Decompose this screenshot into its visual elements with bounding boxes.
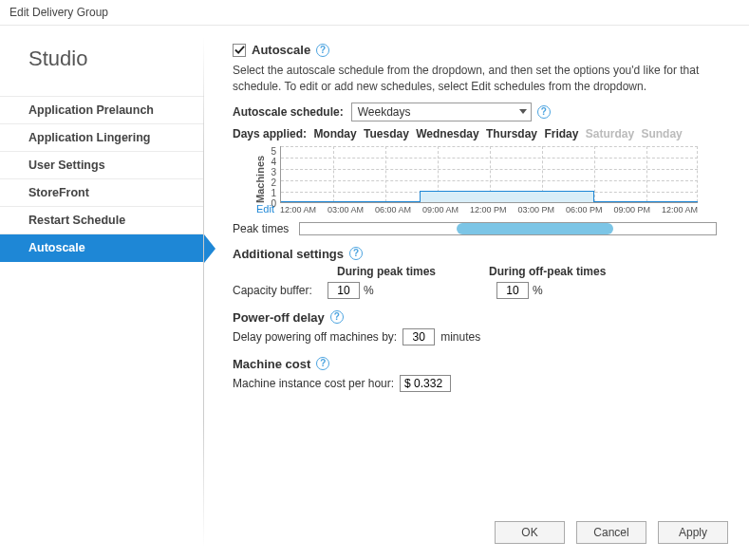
heading-text: Power-off delay <box>233 310 325 325</box>
machine-cost-label: Machine instance cost per hour: <box>233 377 394 390</box>
help-icon[interactable]: ? <box>316 357 329 370</box>
day: Sunday <box>641 127 682 140</box>
machine-cost-row: Machine instance cost per hour: <box>233 375 728 392</box>
schedule-row: Autoscale schedule: Weekdays ? <box>233 103 728 121</box>
sidebar-item-label: StoreFront <box>28 186 89 199</box>
chevron-down-icon <box>519 109 527 114</box>
chart-fill <box>420 191 594 202</box>
y-tick: 5 <box>271 146 276 157</box>
y-tick: 4 <box>271 157 276 167</box>
x-tick: 12:00 AM <box>280 205 316 215</box>
y-tick: 3 <box>271 167 276 177</box>
sidebar-item-prelaunch[interactable]: Application Prelaunch <box>0 96 204 124</box>
capacity-buffer-label: Capacity buffer: <box>233 284 328 297</box>
pct-label: % <box>533 284 543 297</box>
day: Friday <box>544 127 578 140</box>
check-icon <box>234 45 245 55</box>
poweroff-row: Delay powering off machines by: minutes <box>233 328 728 345</box>
dialog-buttons: OK Cancel Apply <box>495 521 728 544</box>
x-tick: 09:00 AM <box>422 205 459 215</box>
x-tick: 03:00 AM <box>328 205 364 215</box>
sidebar-item-autoscale[interactable]: Autoscale <box>0 234 204 262</box>
sidebar-item-restart-schedule[interactable]: Restart Schedule <box>0 207 204 234</box>
schedule-chart: Machines 5 4 3 2 1 0 Edit <box>233 146 728 215</box>
days-label: Days applied: <box>233 127 307 140</box>
chart-y-label: Machines <box>255 146 271 203</box>
poweroff-heading: Power-off delay ? <box>233 310 728 325</box>
days-applied: Days applied: Monday Tuesday Wednesday T… <box>233 127 728 140</box>
x-tick: 12:00 PM <box>470 205 507 215</box>
edit-schedule-link[interactable]: Edit <box>233 203 274 215</box>
machine-cost-input[interactable] <box>400 375 451 392</box>
y-tick: 1 <box>271 188 276 198</box>
capacity-buffer-row: Capacity buffer: % % <box>233 282 728 299</box>
schedule-label: Autoscale schedule: <box>233 105 344 119</box>
y-tick: 2 <box>271 177 276 188</box>
sidebar-item-label: Autoscale <box>28 241 85 254</box>
help-icon[interactable]: ? <box>349 247 363 260</box>
x-tick: 06:00 PM <box>566 205 603 215</box>
sidebar-item-label: Application Lingering <box>28 131 150 144</box>
peak-fill <box>457 223 613 234</box>
peak-times-label: Peak times <box>233 222 295 235</box>
sidebar-item-label: Restart Schedule <box>28 214 125 227</box>
poweroff-unit: minutes <box>440 330 480 344</box>
schedule-value: Weekdays <box>358 105 411 119</box>
peak-times-row: Peak times <box>233 222 728 235</box>
col-offpeak-label: During off-peak times <box>489 265 606 278</box>
cancel-button[interactable]: Cancel <box>576 521 646 544</box>
peak-times-bar[interactable] <box>299 222 717 235</box>
sidebar-item-lingering[interactable]: Application Lingering <box>0 124 204 152</box>
x-tick: 09:00 PM <box>613 205 650 215</box>
help-icon[interactable]: ? <box>316 44 329 57</box>
heading-text: Machine cost <box>233 357 310 371</box>
autoscale-checkbox[interactable] <box>233 44 246 57</box>
day: Tuesday <box>364 127 409 140</box>
sidebar-nav: Application Prelaunch Application Linger… <box>0 96 204 262</box>
pct-label: % <box>364 284 496 297</box>
help-icon[interactable]: ? <box>537 105 551 119</box>
autoscale-checkbox-label: Autoscale <box>252 43 310 57</box>
content: Autoscale ? Select the autoscale schedul… <box>204 26 749 559</box>
col-peak-label: During peak times <box>337 265 489 278</box>
machine-cost-heading: Machine cost ? <box>233 357 728 371</box>
x-tick: 12:00 AM <box>662 205 698 215</box>
poweroff-input[interactable] <box>403 328 435 345</box>
x-tick: 06:00 AM <box>375 205 411 215</box>
autoscale-description: Select the autoscale schedule from the d… <box>233 63 717 95</box>
day: Wednesday <box>416 127 478 140</box>
capacity-offpeak-input[interactable] <box>496 282 529 299</box>
apply-button[interactable]: Apply <box>658 521 728 544</box>
chart-y-axis: 5 4 3 2 1 0 <box>271 146 280 203</box>
capacity-peak-input[interactable] <box>328 282 360 299</box>
ok-button[interactable]: OK <box>495 521 565 544</box>
help-icon[interactable]: ? <box>330 310 344 324</box>
sidebar: Studio Application Prelaunch Application… <box>0 26 204 559</box>
sidebar-item-storefront[interactable]: StoreFront <box>0 179 204 207</box>
sidebar-item-user-settings[interactable]: User Settings <box>0 152 204 179</box>
day: Thursday <box>486 127 537 140</box>
buffer-columns: During peak times During off-peak times <box>233 265 728 278</box>
chart-area[interactable] <box>280 146 698 203</box>
x-tick: 03:00 PM <box>517 205 554 215</box>
poweroff-label: Delay powering off machines by: <box>233 330 397 344</box>
day: Saturday <box>586 127 634 140</box>
additional-settings-heading: Additional settings ? <box>233 247 728 261</box>
window-title: Edit Delivery Group <box>0 0 749 26</box>
chart-x-axis: 12:00 AM 03:00 AM 06:00 AM 09:00 AM 12:0… <box>280 205 698 215</box>
schedule-select[interactable]: Weekdays <box>351 103 532 121</box>
sidebar-item-label: User Settings <box>28 159 105 172</box>
sidebar-item-label: Application Prelaunch <box>28 103 154 117</box>
heading-text: Additional settings <box>233 247 344 261</box>
day: Monday <box>313 127 356 140</box>
main: Studio Application Prelaunch Application… <box>0 26 749 559</box>
autoscale-checkbox-row: Autoscale ? <box>233 43 728 57</box>
brand: Studio <box>0 47 204 92</box>
